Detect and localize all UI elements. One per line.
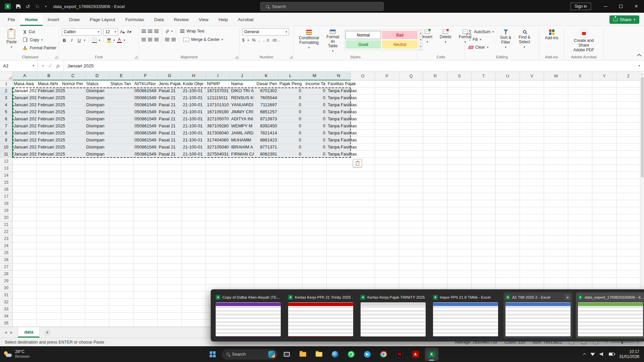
cell-J7[interactable]: WEMPY M [230, 123, 254, 130]
cell-J1[interactable]: Nama [230, 80, 254, 87]
cell-E19[interactable] [109, 207, 133, 214]
battery-icon[interactable] [609, 353, 614, 356]
cell-B6[interactable]: Februari 2025 [37, 116, 61, 123]
cell-X7[interactable] [568, 123, 592, 130]
cell-Z11[interactable] [616, 151, 640, 158]
row-header-34[interactable]: 34 [0, 313, 13, 320]
cell-P6[interactable] [375, 116, 399, 123]
cell-E2[interactable] [109, 87, 133, 95]
cell-X5[interactable] [568, 109, 592, 116]
cell-Q18[interactable] [399, 200, 423, 207]
cell-K8[interactable]: 7821414 [254, 130, 278, 137]
cell-A29[interactable] [13, 278, 37, 285]
cell-B25[interactable] [37, 249, 61, 256]
cell-W2[interactable] [544, 87, 568, 95]
conditional-formatting-button[interactable]: Conditional Formatting ▾ [297, 28, 321, 54]
cell-X22[interactable] [568, 228, 592, 235]
cell-P2[interactable] [375, 87, 399, 95]
cell-G29[interactable] [158, 278, 182, 285]
cell-C14[interactable] [61, 172, 85, 179]
cell-S27[interactable] [447, 263, 472, 270]
cell-K10[interactable]: 8771371 [254, 144, 278, 151]
cell-Z5[interactable] [616, 109, 640, 116]
cell-E4[interactable] [109, 102, 133, 109]
cell-A8[interactable]: Januari 2025 [13, 130, 37, 137]
cell-I13[interactable] [206, 165, 230, 172]
sheet-nav-left-icon[interactable]: ◀ [3, 330, 9, 334]
cell-T28[interactable] [472, 270, 496, 278]
cell-K1[interactable]: Dasar Pen [254, 80, 278, 87]
hidden-icons-chevron-icon[interactable] [583, 353, 586, 356]
cell-P19[interactable] [375, 207, 399, 214]
cell-U13[interactable] [496, 165, 520, 172]
cell-R22[interactable] [423, 228, 447, 235]
cell-D19[interactable] [85, 207, 109, 214]
cell-G27[interactable] [158, 263, 182, 270]
cell-S25[interactable] [447, 249, 472, 256]
cell-I8[interactable]: 317308040 [206, 130, 230, 137]
name-box[interactable]: A2 ▾ [0, 60, 38, 71]
cell-X26[interactable] [568, 256, 592, 263]
ribbon-tab-draw[interactable]: Draw [64, 14, 85, 26]
cell-I18[interactable] [206, 200, 230, 207]
cell-U9[interactable] [496, 137, 520, 144]
cell-H1[interactable]: Kode Obje [182, 80, 206, 87]
cell-J12[interactable] [230, 158, 254, 165]
cell-E9[interactable] [109, 137, 133, 144]
cell-E3[interactable] [109, 95, 133, 102]
cell-O26[interactable] [351, 256, 375, 263]
increase-indent-icon[interactable] [171, 38, 176, 41]
cell-T14[interactable] [472, 172, 496, 179]
cell-F21[interactable] [133, 221, 158, 228]
cell-Q20[interactable] [399, 214, 423, 221]
align-top-icon[interactable] [142, 29, 146, 33]
cell-P26[interactable] [375, 256, 399, 263]
cell-W7[interactable] [544, 123, 568, 130]
row-header-19[interactable]: 19 [0, 207, 13, 214]
cell-D2[interactable]: Disimpan [85, 87, 109, 95]
cell-F3[interactable]: 050861549 [133, 95, 158, 102]
cell-L27[interactable] [278, 263, 303, 270]
collapse-ribbon-button[interactable] [637, 54, 641, 58]
cell-T12[interactable] [472, 158, 496, 165]
row-header-16[interactable]: 16 [0, 186, 13, 193]
cell-R28[interactable] [423, 270, 447, 278]
cell-V28[interactable] [520, 270, 544, 278]
cell-N19[interactable] [327, 207, 351, 214]
cell-V13[interactable] [520, 165, 544, 172]
cell-V2[interactable] [520, 87, 544, 95]
cell-L21[interactable] [278, 221, 303, 228]
cell-Q14[interactable] [399, 172, 423, 179]
cell-R17[interactable] [423, 193, 447, 200]
cell-G8[interactable]: Pasal 21 [158, 130, 182, 137]
cell-D16[interactable] [85, 186, 109, 193]
cell-X6[interactable] [568, 116, 592, 123]
cell-E8[interactable] [109, 130, 133, 137]
cell-R29[interactable] [423, 278, 447, 285]
cell-Q27[interactable] [399, 263, 423, 270]
cell-K20[interactable] [254, 214, 278, 221]
cell-U28[interactable] [496, 270, 520, 278]
cell-W18[interactable] [544, 200, 568, 207]
cell-Q26[interactable] [399, 256, 423, 263]
cell-H8[interactable]: 21-100-01 [182, 130, 206, 137]
cell-U4[interactable] [496, 102, 520, 109]
cell-M25[interactable] [303, 249, 327, 256]
taskbar-preview-6[interactable]: Xdata_export_1769829335806 - E... [576, 292, 644, 339]
cell-R25[interactable] [423, 249, 447, 256]
share-button[interactable]: Share ▾ [609, 15, 639, 24]
cell-B35[interactable] [37, 320, 61, 327]
cell-T3[interactable] [472, 95, 496, 102]
cell-G25[interactable] [158, 249, 182, 256]
cell-E29[interactable] [109, 278, 133, 285]
cell-Z12[interactable] [616, 158, 640, 165]
sign-in-button[interactable]: Sign in [571, 3, 591, 10]
cell-L24[interactable] [278, 242, 303, 249]
cell-Y16[interactable] [592, 186, 616, 193]
cell-V6[interactable] [520, 116, 544, 123]
cell-G2[interactable]: Pasal 21 [158, 87, 182, 95]
cell-S14[interactable] [447, 172, 472, 179]
cell-R12[interactable] [423, 158, 447, 165]
cell-M17[interactable] [303, 193, 327, 200]
cell-M24[interactable] [303, 242, 327, 249]
